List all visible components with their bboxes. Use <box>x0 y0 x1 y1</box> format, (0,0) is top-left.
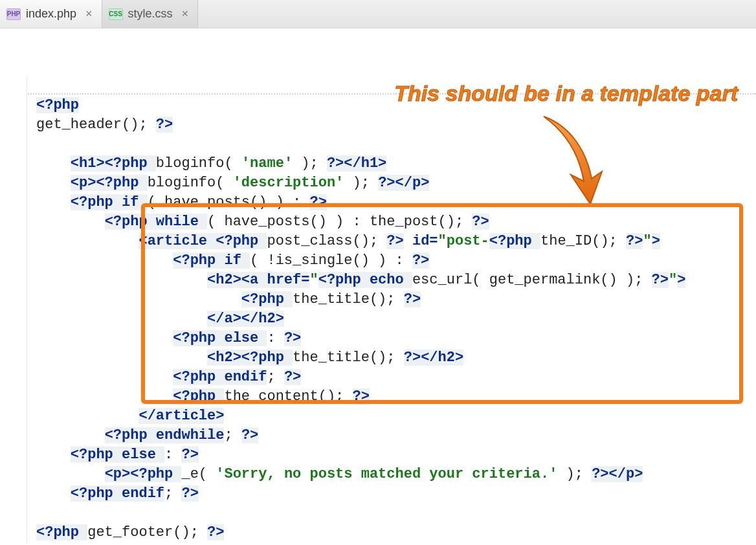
code-content: <?php get_header(); ?> <h1><?php bloginf… <box>36 76 743 542</box>
tab-index-php[interactable]: PHP index.php × <box>0 0 102 28</box>
callout-text: This should be in a template part <box>394 81 738 106</box>
gutter <box>0 76 27 542</box>
tab-label: style.css <box>128 7 173 21</box>
tab-label: index.php <box>26 7 76 21</box>
close-icon[interactable]: × <box>182 7 189 21</box>
arrow-icon <box>531 110 608 207</box>
php-file-icon: PHP <box>6 8 21 20</box>
tab-style-css[interactable]: CSS style.css × <box>102 0 199 28</box>
close-icon[interactable]: × <box>85 7 93 21</box>
code-editor[interactable]: <?php get_header(); ?> <h1><?php bloginf… <box>0 76 756 542</box>
tab-bar: PHP index.php × CSS style.css × <box>0 0 756 28</box>
css-file-icon: CSS <box>109 8 123 20</box>
